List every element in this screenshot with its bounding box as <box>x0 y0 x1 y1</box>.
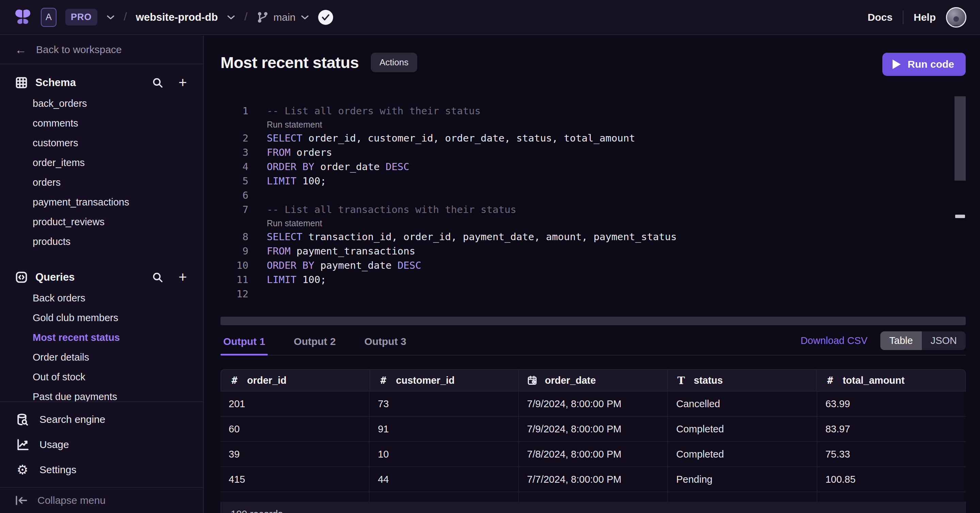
queries-search-icon[interactable] <box>151 270 164 284</box>
sql-keyword: SELECT <box>267 231 302 243</box>
sql-text: payment_transactions <box>291 245 415 257</box>
code-content: ORDER BY payment_date DESC <box>267 260 421 271</box>
workspace-badge[interactable]: A <box>41 8 56 27</box>
tab-output-3[interactable]: Output 3 <box>362 336 409 355</box>
line-number: 11 <box>221 274 248 286</box>
table-cell[interactable]: 44 <box>369 467 518 492</box>
table-cell[interactable]: 60 <box>221 417 369 441</box>
number-type-icon: # <box>229 375 240 386</box>
table-cell[interactable]: 100.85 <box>817 467 966 492</box>
table-cell[interactable]: 7/9/2024, 8:00:00 PM <box>518 417 667 441</box>
database-search-icon <box>15 413 30 426</box>
sidebar-item-comments[interactable]: comments <box>0 113 203 133</box>
column-header-total-amount[interactable]: #total_amount <box>816 370 965 391</box>
sidebar-item-gold-club-members[interactable]: Gold club members <box>0 308 203 327</box>
table-cell[interactable]: 7/8/2024, 8:00:00 PM <box>518 442 667 466</box>
table-cell[interactable]: 415 <box>221 467 369 492</box>
sidebar-item-usage[interactable]: Usage <box>0 432 203 457</box>
table-cell[interactable]: Pending <box>667 467 816 492</box>
run-statement-button[interactable]: Run statement <box>267 218 322 228</box>
table-cell[interactable]: 75.33 <box>817 442 966 466</box>
workspace-chevron-down-icon[interactable] <box>106 14 115 20</box>
docs-link[interactable]: Docs <box>868 11 892 23</box>
run-code-button[interactable]: Run code <box>882 53 966 76</box>
sidebar-item-order-details[interactable]: Order details <box>0 347 203 367</box>
sidebar-item-payment-transactions[interactable]: payment_transactions <box>0 192 203 212</box>
app-logo-butterfly-icon[interactable] <box>14 8 32 27</box>
view-toggle: TableJSON <box>880 331 966 350</box>
help-link[interactable]: Help <box>914 11 936 23</box>
collapse-menu-button[interactable]: Collapse menu <box>0 487 203 513</box>
sql-editor[interactable]: 1-- List all orders with their statusRun… <box>221 95 966 325</box>
tab-output-2[interactable]: Output 2 <box>291 336 338 355</box>
run-statement-row: Run statement <box>221 217 966 230</box>
number-type-icon: # <box>378 375 389 386</box>
schema-search-icon[interactable] <box>151 76 164 89</box>
table-row: 60917/9/2024, 8:00:00 PMCompleted83.97 <box>221 417 966 442</box>
table-cell[interactable]: 7/7/2024, 8:00:00 PM <box>518 467 667 492</box>
column-header-customer-id[interactable]: #customer_id <box>369 370 519 391</box>
table-cell[interactable]: 63.99 <box>817 392 966 416</box>
code-content: -- List all orders with their status <box>267 105 481 117</box>
sql-comment: -- List all orders with their status <box>267 105 481 117</box>
sidebar-nav: Schema + back_orderscommentscustomersord… <box>0 64 203 402</box>
sidebar-item-search-engine[interactable]: Search engine <box>0 407 203 432</box>
branch-selector[interactable]: main <box>256 11 309 24</box>
sidebar-item-settings[interactable]: ⚙Settings <box>0 457 203 482</box>
table-cell <box>221 492 369 502</box>
code-line-5: 5LIMIT 100; <box>221 174 966 188</box>
actions-button[interactable]: Actions <box>371 53 417 72</box>
sidebar-item-back-orders[interactable]: back_orders <box>0 94 203 113</box>
sidebar-item-past-due-payments[interactable]: Past due payments <box>0 387 203 402</box>
tab-output-1[interactable]: Output 1 <box>221 336 268 355</box>
table-cell <box>667 492 816 502</box>
user-avatar[interactable] <box>946 7 966 27</box>
editor-horizontal-scrollbar[interactable] <box>221 317 966 325</box>
view-toggle-table[interactable]: Table <box>880 331 921 350</box>
table-cell[interactable]: 39 <box>221 442 369 466</box>
database-name[interactable]: website-prod-db <box>136 11 218 24</box>
sidebar-item-most-recent-status[interactable]: Most recent status <box>0 327 203 347</box>
editor-scrollbar-thumb[interactable] <box>955 96 966 181</box>
database-chevron-down-icon[interactable] <box>227 14 235 20</box>
line-number: 6 <box>221 189 248 201</box>
schema-title: Schema <box>35 76 76 89</box>
table-cell[interactable]: 7/9/2024, 8:00:00 PM <box>518 392 667 416</box>
sidebar-item-product-reviews[interactable]: product_reviews <box>0 212 203 232</box>
sidebar-tools: Search engineUsage⚙Settings <box>0 402 203 487</box>
sidebar-item-back-orders[interactable]: Back orders <box>0 288 203 308</box>
editor-vertical-scrollbar[interactable] <box>955 95 966 326</box>
column-header-status[interactable]: Tstatus <box>667 370 816 391</box>
table-cell[interactable]: 91 <box>369 417 518 441</box>
column-name: customer_id <box>396 375 455 386</box>
sql-text: orders <box>291 147 332 158</box>
sidebar-item-out-of-stock[interactable]: Out of stock <box>0 367 203 387</box>
topbar-divider <box>903 11 904 24</box>
table-cell[interactable]: Completed <box>667 417 816 441</box>
line-number: 5 <box>221 175 248 187</box>
table-cell[interactable]: 201 <box>221 392 369 416</box>
sidebar-item-order-items[interactable]: order_items <box>0 153 203 173</box>
table-cell[interactable]: 83.97 <box>817 417 966 441</box>
view-toggle-json[interactable]: JSON <box>922 331 966 350</box>
schema-section-header: Schema + <box>0 72 203 94</box>
collapse-menu-label: Collapse menu <box>37 495 105 506</box>
table-cell[interactable]: 10 <box>369 442 518 466</box>
sql-text: 100; <box>296 274 326 286</box>
table-cell[interactable]: Cancelled <box>667 392 816 416</box>
run-statement-button[interactable]: Run statement <box>267 120 322 130</box>
download-csv-link[interactable]: Download CSV <box>801 335 868 346</box>
queries-add-icon[interactable]: + <box>176 270 189 284</box>
schema-add-icon[interactable]: + <box>176 76 189 89</box>
sidebar-item-products[interactable]: products <box>0 232 203 251</box>
table-row: 201737/9/2024, 8:00:00 PMCancelled63.99 <box>221 392 966 417</box>
line-number: 3 <box>221 147 248 158</box>
sidebar-item-customers[interactable]: customers <box>0 133 203 153</box>
column-header-order-id[interactable]: #order_id <box>221 370 369 391</box>
table-cell[interactable]: Completed <box>667 442 816 466</box>
table-cell[interactable]: 73 <box>369 392 518 416</box>
column-header-order-date[interactable]: order_date <box>518 370 667 391</box>
sidebar-item-orders[interactable]: orders <box>0 173 203 192</box>
code-content: -- List all transactions with their stat… <box>267 204 516 215</box>
back-to-workspace-button[interactable]: ← Back to workspace <box>0 36 203 64</box>
